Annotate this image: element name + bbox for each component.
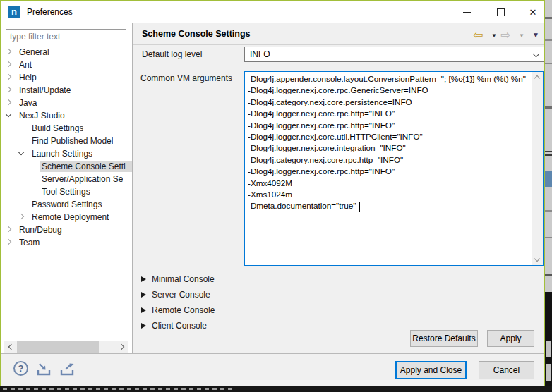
tree-label: Java <box>19 97 37 109</box>
sidebar-item-password-settings[interactable]: Password Settings <box>1 198 132 211</box>
sidebar-item-general[interactable]: General <box>1 46 132 59</box>
header-separator <box>133 44 545 45</box>
apply-and-close-button[interactable]: Apply and Close <box>395 361 467 379</box>
tree-label: NexJ Studio <box>19 110 65 121</box>
tree-label: Launch Settings <box>32 148 92 159</box>
sidebar-item-run-debug[interactable]: Run/Debug <box>1 223 132 236</box>
chevron-right-icon <box>6 49 11 54</box>
forward-dropdown-icon[interactable]: ▼ <box>519 32 524 39</box>
maximize-button[interactable] <box>488 1 513 23</box>
chevron-right-icon <box>6 99 11 105</box>
maximize-icon <box>497 8 505 16</box>
vm-arguments-label: Common VM arguments <box>140 73 232 83</box>
restore-defaults-button[interactable]: Restore Defaults <box>410 330 478 347</box>
tree-label: Help <box>19 72 37 83</box>
tree-label: Ant <box>19 59 32 71</box>
apply-button[interactable]: Apply <box>487 330 534 347</box>
sidebar-item-find-published-model[interactable]: Find Published Model <box>1 135 132 147</box>
chevron-right-icon <box>6 74 11 80</box>
cancel-button[interactable]: Cancel <box>479 361 534 379</box>
sidebar-item-launch-settings[interactable]: Launch Settings <box>1 147 132 160</box>
nexj-logo-icon: n <box>8 6 20 18</box>
sidebar-item-scheme-console-settings[interactable]: Scheme Console Setti <box>1 160 132 173</box>
tree-label: Install/Update <box>19 85 71 96</box>
scrollbar-thumb[interactable] <box>17 341 99 353</box>
close-button[interactable]: ✕ <box>520 1 545 23</box>
default-log-level-label: Default log level <box>142 49 202 59</box>
sidebar-item-help[interactable]: Help <box>1 71 132 84</box>
tree-label: Find Published Model <box>32 135 113 147</box>
export-preferences-icon[interactable] <box>59 362 77 377</box>
sidebar-item-java[interactable]: Java <box>1 97 132 109</box>
triangle-right-icon <box>141 307 146 313</box>
chevron-down-icon <box>6 111 11 117</box>
tree-label: Server/Application Se <box>42 173 123 185</box>
sidebar-item-ant[interactable]: Ant <box>1 59 132 71</box>
sidebar-item-team[interactable]: Team <box>1 236 132 249</box>
background-bottom-strip <box>0 386 552 392</box>
filter-input[interactable] <box>6 29 126 44</box>
background-right-strip <box>545 0 552 386</box>
sidebar-item-server-application-settings[interactable]: Server/Application Se <box>1 173 132 185</box>
scroll-down-icon[interactable] <box>534 256 540 262</box>
text-caret <box>359 202 360 212</box>
section-client-console[interactable]: Client Console <box>141 319 207 332</box>
sidebar-item-install-update[interactable]: Install/Update <box>1 84 132 97</box>
tree-horizontal-scrollbar[interactable] <box>4 341 128 353</box>
section-minimal-console[interactable]: Minimal Console <box>141 273 215 286</box>
chevron-right-icon <box>6 239 11 245</box>
preferences-dialog: n Preferences ✕ General Ant Help Install… <box>0 0 545 386</box>
page-title: Scheme Console Settings <box>142 29 251 39</box>
section-label: Minimal Console <box>152 274 215 284</box>
chevron-down-icon <box>533 51 540 58</box>
minimize-button[interactable] <box>454 1 479 23</box>
tree-label: Tool Settings <box>42 186 90 197</box>
scroll-right-icon[interactable] <box>116 341 128 353</box>
close-icon: ✕ <box>529 8 537 17</box>
triangle-right-icon <box>141 276 146 282</box>
chevron-right-icon <box>6 226 11 232</box>
forward-arrow-icon[interactable]: ⇨ <box>500 27 510 42</box>
sidebar-item-build-settings[interactable]: Build Settings <box>1 122 132 135</box>
chevron-right-icon <box>6 61 11 67</box>
sidebar-item-tool-settings[interactable]: Tool Settings <box>1 185 132 198</box>
scroll-up-icon[interactable] <box>534 75 540 81</box>
vm-arguments-text: -Dlog4j.appender.console.layout.Conversi… <box>248 73 532 264</box>
back-dropdown-icon[interactable]: ▼ <box>491 32 497 39</box>
sidebar-sash[interactable] <box>132 23 133 353</box>
section-server-console[interactable]: Server Console <box>141 288 210 301</box>
help-icon[interactable]: ? <box>13 361 28 376</box>
sidebar-item-nexj-studio[interactable]: NexJ Studio <box>1 109 132 122</box>
footer: ? Apply and Close Cancel <box>1 354 544 386</box>
default-log-level-combo[interactable]: INFO <box>244 47 544 62</box>
window-title: Preferences <box>27 1 73 23</box>
tree-label: Remote Deployment <box>32 212 109 223</box>
chevron-right-icon <box>6 87 11 92</box>
titlebar: n Preferences ✕ <box>1 1 544 23</box>
chevron-right-icon <box>18 214 24 219</box>
section-remote-console[interactable]: Remote Console <box>141 304 215 317</box>
section-label: Remote Console <box>152 305 215 315</box>
tree-label: General <box>19 47 49 58</box>
back-arrow-icon[interactable]: ⇦ <box>473 27 483 42</box>
textarea-scrollbar[interactable] <box>532 72 543 265</box>
triangle-right-icon <box>141 292 146 298</box>
section-label: Client Console <box>152 321 207 331</box>
tree-label-selected: Scheme Console Setti <box>40 161 132 172</box>
minimize-icon <box>463 12 471 13</box>
combo-value: INFO <box>250 49 270 59</box>
scroll-left-icon[interactable] <box>4 341 16 353</box>
chevron-down-icon <box>18 149 24 155</box>
vm-arguments-textarea[interactable]: -Dlog4j.appender.console.layout.Conversi… <box>244 71 544 266</box>
tree-label: Run/Debug <box>19 224 62 235</box>
view-menu-icon[interactable]: ▼ <box>532 31 539 39</box>
section-label: Server Console <box>152 290 210 300</box>
import-preferences-icon[interactable] <box>35 362 54 377</box>
tree-label: Password Settings <box>32 199 102 210</box>
tree-label: Team <box>19 237 40 248</box>
sidebar-item-remote-deployment[interactable]: Remote Deployment <box>1 211 132 223</box>
tree-label: Build Settings <box>32 123 83 134</box>
triangle-right-icon <box>141 323 146 329</box>
